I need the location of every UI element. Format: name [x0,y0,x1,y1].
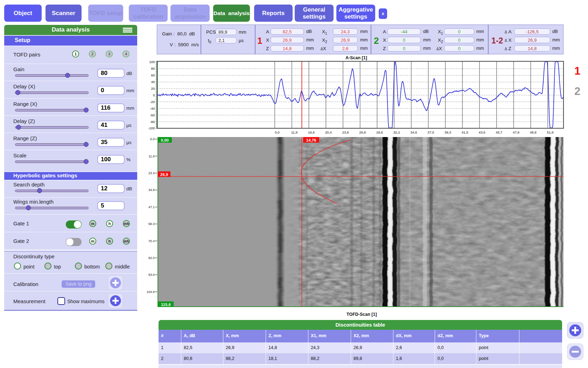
svg-text:23,8: 23,8 [342,130,349,134]
svg-text:14,76: 14,76 [306,138,316,142]
svg-text:80: 80 [151,67,155,70]
svg-text:11.8: 11.8 [149,155,155,158]
svg-text:34,6: 34,6 [410,130,417,134]
svg-text:0: 0 [153,93,155,97]
svg-text:58.3: 58.3 [148,222,155,226]
svg-text:39,3: 39,3 [444,130,451,134]
svg-text:51,8: 51,8 [547,130,554,134]
svg-text:0,0: 0,0 [275,130,280,134]
svg-text:-80: -80 [150,120,155,124]
svg-text:20: 20 [151,87,155,90]
svg-text:104.8: 104.8 [147,290,155,294]
svg-text:26,9: 26,9 [160,172,168,177]
svg-text:-100: -100 [148,126,155,130]
svg-text:70.4: 70.4 [148,239,155,243]
svg-text:-60: -60 [150,113,155,117]
svg-text:60: 60 [151,73,155,77]
svg-text:32,2: 32,2 [393,130,400,134]
svg-text:82.0: 82.0 [148,256,155,260]
svg-text:26,8: 26,8 [359,130,366,134]
svg-text:41,5: 41,5 [462,130,469,134]
svg-text:11,8: 11,8 [291,130,298,134]
svg-text:100: 100 [149,60,155,64]
svg-text:37,0: 37,0 [427,130,434,134]
svg-text:40: 40 [151,80,155,84]
svg-text:20,4: 20,4 [325,130,332,134]
svg-text:-20: -20 [150,100,155,104]
svg-text:0,00: 0,00 [161,138,169,142]
svg-text:23.4: 23.4 [148,171,155,175]
svg-text:0.0: 0.0 [150,137,155,141]
svg-text:47.1: 47.1 [148,205,155,209]
svg-text:16,6: 16,6 [308,130,315,134]
svg-text:34.8: 34.8 [148,188,155,192]
svg-text:45,7: 45,7 [496,130,502,134]
svg-text:93.0: 93.0 [148,273,155,277]
svg-text:43,6: 43,6 [478,130,485,134]
svg-text:-40: -40 [150,107,155,110]
svg-text:47,8: 47,8 [513,130,520,134]
svg-text:49,8: 49,8 [530,130,537,134]
svg-text:29,6: 29,6 [376,130,383,134]
svg-text:115,6: 115,6 [161,302,171,307]
